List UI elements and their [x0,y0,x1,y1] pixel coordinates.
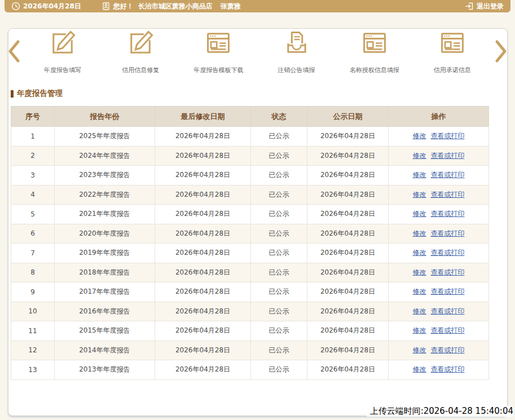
cell-published: 2026年04月28日 [307,321,389,341]
edit-link[interactable]: 修改 [413,365,426,373]
browser-list-icon [438,28,467,60]
cell-no: 10 [11,302,55,321]
cell-published: 2026年04月28日 [307,166,389,185]
view-or-print-link[interactable]: 查看或打印 [431,132,465,140]
view-or-print-link[interactable]: 查看或打印 [431,152,465,160]
edit-link[interactable]: 修改 [413,210,426,218]
cell-published: 2026年04月28日 [307,127,389,147]
cell-report: 2023年年度报告 [55,166,155,185]
cell-modified: 2026年04月28日 [155,321,251,341]
nav-item[interactable]: 信用承诺信息 [416,28,488,74]
cell-no: 1 [11,127,55,147]
view-or-print-link[interactable]: 查看或打印 [431,346,465,354]
edit-link[interactable]: 修改 [413,191,426,198]
top-bar: 2026年04月28日 您好！ 长治市城区萧雅小商品店 张萧雅 退出登录 [5,0,510,12]
view-or-print-link[interactable]: 查看或打印 [431,307,465,315]
nav-item-label: 名称授权信息填报 [350,66,399,74]
cell-status: 已公示 [251,360,307,380]
table-row: 92017年年度报告2026年04月28日已公示2026年04月28日修改查看或… [11,282,489,302]
cell-published: 2026年04月28日 [307,360,389,380]
browser-list-icon [360,28,389,60]
cell-status: 已公示 [251,282,307,302]
cell-status: 已公示 [251,127,307,147]
cell-modified: 2026年04月28日 [155,146,251,166]
cell-status: 已公示 [251,205,307,224]
edit-link[interactable]: 修改 [413,307,426,315]
edit-link[interactable]: 修改 [413,152,426,160]
cell-status: 已公示 [251,166,307,185]
view-or-print-link[interactable]: 查看或打印 [431,229,465,237]
cell-actions: 修改查看或打印 [389,360,489,380]
cell-no: 9 [11,282,55,302]
nav-prev-arrow[interactable] [5,36,24,67]
view-or-print-link[interactable]: 查看或打印 [431,288,465,295]
view-or-print-link[interactable]: 查看或打印 [431,210,465,218]
edit-link[interactable]: 修改 [413,229,426,237]
nav-item[interactable]: 年度报告填写 [27,28,99,74]
cell-actions: 修改查看或打印 [389,263,489,282]
cell-report: 2020年年度报告 [55,224,155,244]
cell-report: 2022年年度报告 [55,185,155,205]
feature-nav-items: 年度报告填写 信用信息修复 年度报告模板下载 注销公告填报 [24,28,491,74]
cell-actions: 修改查看或打印 [389,224,489,244]
cell-status: 已公示 [251,321,307,341]
column-header: 序号 [11,107,55,127]
user-name: 张萧雅 [221,2,241,11]
cell-report: 2019年年度报告 [55,244,155,263]
column-header: 状态 [251,107,307,127]
view-or-print-link[interactable]: 查看或打印 [431,249,465,257]
cell-no: 8 [11,263,55,282]
id-card-icon [102,2,111,11]
table-row: 12025年年度报告2026年04月28日已公示2026年04月28日修改查看或… [11,127,489,147]
edit-link[interactable]: 修改 [413,326,426,334]
cell-report: 2013年年度报告 [55,360,155,380]
cell-modified: 2026年04月28日 [155,302,251,321]
cell-status: 已公示 [251,341,307,360]
logout-icon [465,2,474,11]
nav-item[interactable]: 注销公告填报 [261,28,333,74]
edit-link[interactable]: 修改 [413,346,426,354]
edit-link[interactable]: 修改 [413,288,426,295]
cell-status: 已公示 [251,185,307,205]
edit-square-icon [48,28,77,60]
cell-modified: 2026年04月28日 [155,360,251,380]
cell-published: 2026年04月28日 [307,341,389,360]
nav-item-label: 年度报告填写 [44,66,81,74]
cell-modified: 2026年04月28日 [155,244,251,263]
view-or-print-link[interactable]: 查看或打印 [431,191,465,198]
cell-actions: 修改查看或打印 [389,146,489,166]
edit-link[interactable]: 修改 [413,132,426,140]
column-header: 操作 [389,107,489,127]
annual-report-table: 序号报告年份最后修改日期状态公示日期操作 12025年年度报告2026年04月2… [11,106,488,380]
nav-item-label: 信用信息修复 [122,66,159,74]
browser-list-icon [204,28,233,60]
edit-link[interactable]: 修改 [413,268,426,276]
nav-item[interactable]: 名称授权信息填报 [338,28,411,74]
cell-status: 已公示 [251,263,307,282]
logout-button[interactable]: 退出登录 [465,2,504,11]
view-or-print-link[interactable]: 查看或打印 [431,171,465,179]
cell-report: 2017年年度报告 [55,282,155,302]
cell-no: 13 [11,360,55,380]
view-or-print-link[interactable]: 查看或打印 [431,268,465,276]
cell-published: 2026年04月28日 [307,244,389,263]
cell-published: 2026年04月28日 [307,205,389,224]
cell-status: 已公示 [251,244,307,263]
cell-report: 2025年年度报告 [55,127,155,147]
cell-modified: 2026年04月28日 [155,341,251,360]
clock-icon [11,2,20,11]
cell-no: 3 [11,166,55,185]
view-or-print-link[interactable]: 查看或打印 [431,365,465,373]
cell-modified: 2026年04月28日 [155,127,251,147]
column-header: 报告年份 [55,107,155,127]
cell-modified: 2026年04月28日 [155,205,251,224]
table-row: 82018年年度报告2026年04月28日已公示2026年04月28日修改查看或… [11,263,489,282]
nav-next-arrow[interactable] [491,36,510,67]
nav-item[interactable]: 信用信息修复 [104,28,177,74]
cell-report: 2021年年度报告 [55,205,155,224]
view-or-print-link[interactable]: 查看或打印 [431,326,465,334]
nav-item[interactable]: 年度报告模板下载 [182,28,254,74]
edit-link[interactable]: 修改 [413,171,426,179]
cell-no: 6 [11,224,55,244]
edit-link[interactable]: 修改 [413,249,426,257]
